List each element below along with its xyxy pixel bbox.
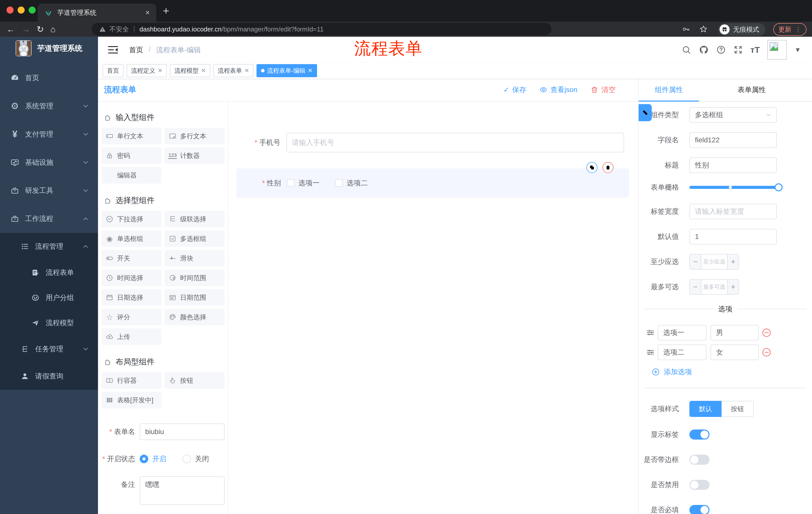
palette-item-password[interactable]: 密码 — [102, 147, 162, 164]
font-size-icon[interactable]: ᴛT — [750, 45, 760, 55]
canvas-selected-field-gender[interactable]: 性别 选项一 选项二 — [236, 168, 629, 198]
palette-item-time-picker[interactable]: 时间选择 — [102, 270, 162, 286]
remove-option-icon[interactable] — [762, 328, 771, 337]
palette-item-multi-text[interactable]: 多行文本 — [165, 128, 225, 144]
palette-item-select[interactable]: 下拉选择 — [102, 211, 162, 227]
slider-handle[interactable] — [775, 183, 783, 191]
home-icon[interactable]: ⌂ — [51, 24, 56, 34]
max-selected-stepper[interactable]: − 最多可选 + — [689, 279, 739, 295]
minus-icon[interactable]: − — [690, 280, 701, 294]
style-default-button[interactable]: 默认 — [689, 401, 722, 417]
copy-component-button[interactable] — [586, 162, 598, 173]
field-name-input[interactable] — [689, 132, 777, 148]
label-width-input[interactable] — [689, 204, 777, 219]
new-tab-button[interactable]: + — [163, 4, 169, 17]
title-input[interactable] — [689, 157, 777, 173]
view-json-button[interactable]: 查看json — [540, 85, 577, 94]
caret-down-icon[interactable]: ▼ — [794, 46, 801, 54]
close-icon[interactable]: ✕ — [308, 67, 312, 74]
default-value-input[interactable] — [689, 229, 777, 244]
palette-item-row-container[interactable]: 行容器 — [102, 372, 162, 389]
palette-item-rate[interactable]: ☆评分 — [102, 309, 162, 325]
drag-handle-icon[interactable] — [646, 348, 655, 357]
min-selected-stepper[interactable]: − 至少应选 + — [689, 254, 739, 270]
tag-process-model[interactable]: 流程模型✕ — [170, 64, 210, 77]
add-option-button[interactable]: 添加选项 — [652, 367, 812, 377]
tag-process-definition[interactable]: 流程定义✕ — [127, 64, 167, 77]
sidebar-item-leave-query[interactable]: 请假查询 — [0, 362, 98, 390]
tag-process-form[interactable]: 流程表单✕ — [213, 64, 254, 77]
back-icon[interactable]: ← — [6, 24, 15, 34]
breadcrumb-home[interactable]: 首页 — [129, 45, 143, 55]
search-icon[interactable] — [682, 45, 691, 55]
close-icon[interactable]: ✕ — [244, 67, 249, 74]
sidebar-item-workflow[interactable]: 工作流程 — [0, 205, 98, 233]
traffic-light-zoom[interactable] — [29, 6, 36, 13]
url-input[interactable]: 不安全 dashboard.yudao.iocoder.cn /bpm/mana… — [92, 23, 551, 35]
tab-close-icon[interactable]: × — [145, 8, 150, 17]
drag-handle-icon[interactable] — [646, 328, 655, 337]
sidebar-item-system[interactable]: ⚙ 系统管理 — [0, 92, 98, 120]
delete-component-button[interactable] — [603, 162, 613, 173]
bookmark-star-icon[interactable] — [699, 25, 708, 34]
sidebar-item-process-form[interactable]: 流程表单 — [0, 260, 98, 285]
style-button-button[interactable]: 按钮 — [722, 401, 754, 417]
minus-icon[interactable]: − — [690, 254, 701, 269]
gender-option1-label[interactable]: 选项一 — [298, 178, 320, 188]
forward-icon[interactable]: → — [22, 24, 30, 34]
status-on-radio[interactable] — [140, 455, 148, 463]
form-name-input[interactable] — [140, 424, 225, 440]
sidebar-item-pay[interactable]: ¥ 支付管理 — [0, 120, 98, 148]
palette-item-date-picker[interactable]: 日期选择 — [102, 289, 162, 306]
sidebar-item-task-mgmt[interactable]: 任务管理 — [0, 335, 98, 362]
show-label-toggle[interactable] — [689, 430, 709, 439]
save-button[interactable]: ✓ 保存 — [503, 85, 526, 94]
password-key-icon[interactable] — [682, 25, 690, 34]
sidebar-item-process-model[interactable]: 流程模型 — [0, 310, 98, 335]
collapse-sidebar-icon[interactable] — [108, 45, 119, 55]
sidebar-item-home[interactable]: 首页 — [0, 64, 98, 92]
border-toggle[interactable] — [689, 455, 709, 465]
close-icon[interactable]: ✕ — [201, 67, 205, 74]
palette-item-color-picker[interactable]: 颜色选择 — [165, 309, 225, 325]
browser-menu-dots-icon[interactable]: ⋮ — [795, 26, 802, 33]
status-off-radio[interactable] — [182, 455, 191, 463]
plus-icon[interactable]: + — [727, 254, 738, 269]
palette-item-switch[interactable]: 开关 — [102, 250, 162, 267]
palette-item-date-range[interactable]: 日期范围 — [165, 289, 225, 306]
gender-option2-checkbox[interactable] — [335, 179, 343, 187]
tag-process-form-edit[interactable]: 流程表单-编辑✕ — [257, 64, 317, 77]
option2-label-input[interactable] — [658, 345, 706, 360]
palette-item-time-range[interactable]: 时间范围 — [165, 270, 225, 286]
palette-item-cascader[interactable]: 级联选择 — [165, 211, 225, 227]
link-drawer-button[interactable] — [639, 104, 652, 121]
disabled-toggle[interactable] — [689, 480, 709, 490]
tab-form-props[interactable]: 表单属性 — [714, 78, 789, 101]
sidebar-item-devtools[interactable]: 研发工具 — [0, 177, 98, 205]
reload-icon[interactable]: ↻ — [37, 24, 44, 34]
form-grid-slider[interactable] — [689, 186, 779, 189]
option2-value-input[interactable] — [710, 345, 759, 360]
browser-tab[interactable]: 芋道管理系统 × — [38, 3, 156, 22]
palette-item-button[interactable]: 按钮 — [165, 372, 225, 389]
status-off-label[interactable]: 关闭 — [195, 454, 209, 464]
traffic-light-close[interactable] — [6, 6, 13, 13]
palette-item-slider[interactable]: 滑块 — [165, 250, 225, 267]
palette-item-editor[interactable]: 编辑器 — [102, 167, 162, 184]
required-toggle[interactable] — [689, 505, 709, 514]
gender-option1-checkbox[interactable] — [287, 179, 294, 187]
option1-label-input[interactable] — [658, 325, 706, 341]
clear-button[interactable]: 清空 — [590, 85, 615, 94]
palette-item-upload[interactable]: 上传 — [102, 328, 162, 345]
sidebar-item-user-group[interactable]: 用户分组 — [0, 285, 98, 310]
gender-option2-label[interactable]: 选项二 — [347, 178, 368, 188]
form-canvas[interactable]: 手机号 性别 选项一 — [228, 102, 638, 514]
status-on-label[interactable]: 开启 — [152, 454, 166, 464]
palette-item-single-text[interactable]: 单行文本 — [102, 128, 162, 144]
option1-value-input[interactable] — [710, 325, 759, 341]
canvas-field-phone[interactable]: 手机号 — [239, 133, 624, 153]
fullscreen-icon[interactable] — [733, 45, 743, 55]
palette-item-table[interactable]: 表格[开发中] — [102, 392, 162, 408]
form-remark-textarea[interactable]: 嘿嘿 — [140, 476, 225, 505]
palette-item-checkbox-group[interactable]: 多选框组 — [165, 231, 225, 247]
